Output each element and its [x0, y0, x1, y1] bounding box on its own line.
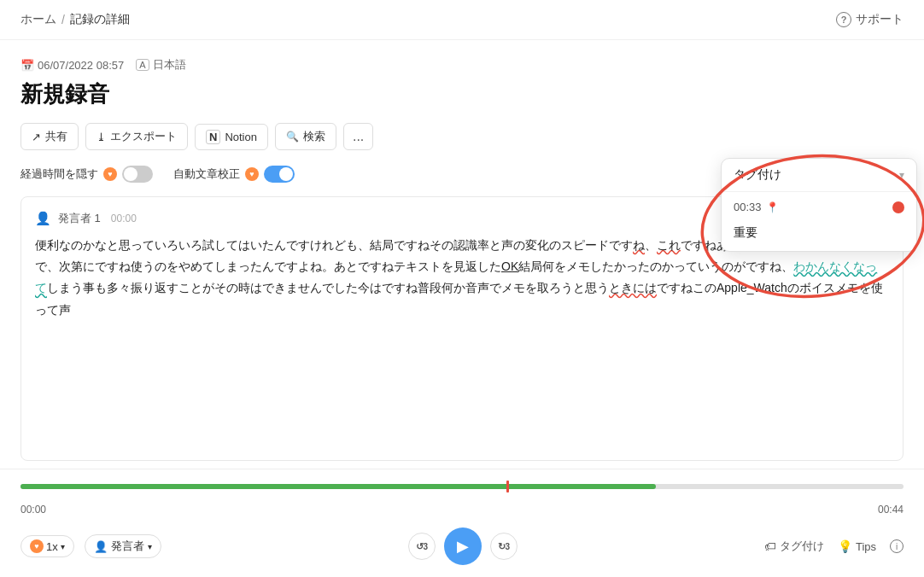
tag-location-icon: 📍	[766, 201, 779, 213]
hide-time-label: 経過時間を隠す	[20, 166, 98, 182]
lang-value: 日本語	[153, 57, 186, 73]
auto-correct-heart: ♥	[245, 167, 259, 181]
underline-segment-2: これ	[657, 238, 681, 252]
tag-label: 重要	[722, 222, 916, 251]
notion-button[interactable]: N Notion	[195, 124, 268, 150]
time-row: 00:00 00:44	[0, 504, 924, 521]
search-button[interactable]: 🔍 検索	[275, 123, 336, 150]
more-button[interactable]: ...	[343, 123, 373, 150]
current-time: 00:00	[20, 504, 46, 516]
teal-segment-1: わかんなくなって	[35, 259, 877, 294]
speaker-timestamp: 00:00	[111, 213, 137, 224]
breadcrumb-current: 記録の詳細	[70, 12, 130, 27]
play-button[interactable]: ▶	[444, 527, 482, 565]
heart-icon-speed: ♥	[30, 539, 44, 553]
hide-time-control: 経過時間を隠す ♥	[20, 166, 153, 183]
speaker-name: 発言者 1	[58, 211, 101, 226]
tag-action-label: タグ付け	[780, 539, 824, 554]
waveform-track[interactable]	[20, 484, 904, 489]
toolbar: ↗ 共有 ⤓ エクスポート N Notion 🔍 検索 ...	[20, 123, 904, 150]
share-icon: ↗	[32, 131, 41, 143]
ok-segment: OK	[501, 259, 518, 273]
header: ホーム / 記録の詳細 ? サポート	[0, 0, 924, 40]
auto-correct-control: 自動文章校正 ♥	[173, 166, 295, 183]
export-button[interactable]: ⤓ エクスポート	[85, 123, 188, 150]
date-meta: 📅 06/07/2022 08:57	[20, 59, 124, 72]
skip-fwd-icon: ↻	[498, 541, 506, 552]
breadcrumb: ホーム / 記録の詳細	[20, 12, 130, 27]
speaker-chevron: ▾	[148, 542, 152, 551]
skip-fwd-button[interactable]: ↻ 3	[490, 533, 518, 560]
tag-time: 00:33 📍	[734, 201, 779, 213]
playback-group: ↺ 3 ▶ ↻ 3	[408, 527, 518, 565]
speed-chevron: ▾	[61, 542, 65, 551]
skip-fwd-label: 3	[506, 542, 511, 551]
search-icon: 🔍	[286, 131, 299, 143]
waveform-progress	[20, 484, 656, 489]
hide-time-toggle[interactable]	[122, 166, 153, 183]
player-container: 00:00 00:44 ♥ 1x ▾ 👤 発言者 ▾ ↺ 3 ▶ ↻ 3	[0, 469, 924, 577]
search-label: 検索	[303, 129, 325, 144]
export-label: エクスポート	[110, 129, 177, 144]
question-icon: ?	[836, 12, 851, 27]
auto-correct-label: 自動文章校正	[173, 166, 240, 182]
skip-back-button[interactable]: ↺ 3	[408, 533, 436, 560]
tag-panel: タグ付け ▾ 00:33 📍 重要	[721, 158, 917, 252]
notion-icon: N	[206, 130, 220, 144]
player-right: 🏷 タグ付け 💡 Tips i	[764, 539, 904, 554]
speaker-btn-label: 発言者	[111, 539, 144, 554]
export-icon: ⤓	[96, 131, 106, 143]
info-action[interactable]: i	[890, 539, 904, 553]
support-link[interactable]: ? サポート	[836, 12, 904, 27]
tag-action[interactable]: 🏷 タグ付け	[764, 539, 824, 554]
tag-color-dot	[892, 201, 904, 213]
play-icon: ▶	[457, 537, 469, 556]
info-icon: i	[890, 539, 904, 553]
player-controls: ♥ 1x ▾ 👤 発言者 ▾ ↺ 3 ▶ ↻ 3 🏷 タグ付け	[0, 521, 924, 577]
underline-segment-1: ね	[633, 238, 645, 252]
person-icon-player: 👤	[94, 540, 108, 553]
support-label: サポート	[856, 12, 904, 27]
speaker-btn[interactable]: 👤 発言者 ▾	[85, 534, 161, 558]
speed-button[interactable]: ♥ 1x ▾	[20, 535, 74, 557]
meta-row: 📅 06/07/2022 08:57 A 日本語	[20, 57, 904, 73]
notion-label: Notion	[225, 131, 257, 143]
auto-correct-toggle[interactable]	[264, 166, 295, 183]
speed-label: 1x	[46, 540, 58, 553]
waveform-bar	[0, 469, 924, 504]
home-link[interactable]: ホーム	[20, 12, 56, 27]
tag-panel-header: タグ付け ▾	[722, 159, 916, 192]
tag-panel-chevron: ▾	[899, 169, 904, 181]
breadcrumb-separator: /	[61, 13, 65, 26]
total-time: 00:44	[878, 504, 904, 516]
hide-time-heart: ♥	[103, 167, 117, 181]
more-icon: ...	[353, 129, 364, 143]
lang-meta: A 日本語	[136, 57, 185, 73]
tips-icon: 💡	[838, 539, 852, 553]
skip-back-icon: ↺	[416, 541, 424, 552]
speaker-icon: 👤	[35, 211, 51, 226]
underline-segment-3: ときには	[609, 281, 657, 294]
share-label: 共有	[45, 129, 67, 144]
tag-time-value: 00:33	[734, 201, 762, 213]
share-button[interactable]: ↗ 共有	[20, 123, 79, 150]
tag-panel-title: タグ付け	[734, 167, 781, 183]
tag-panel-time-row: 00:33 📍	[722, 192, 916, 222]
calendar-icon: 📅	[20, 59, 34, 72]
skip-back-label: 3	[424, 542, 429, 551]
date-value: 06/07/2022 08:57	[38, 59, 124, 72]
tips-label: Tips	[856, 540, 876, 553]
page-title: 新規録音	[20, 79, 904, 109]
tag-icon-player: 🏷	[764, 539, 776, 553]
waveform-marker	[506, 481, 509, 492]
tips-action[interactable]: 💡 Tips	[838, 539, 876, 553]
lang-icon: A	[136, 59, 149, 71]
